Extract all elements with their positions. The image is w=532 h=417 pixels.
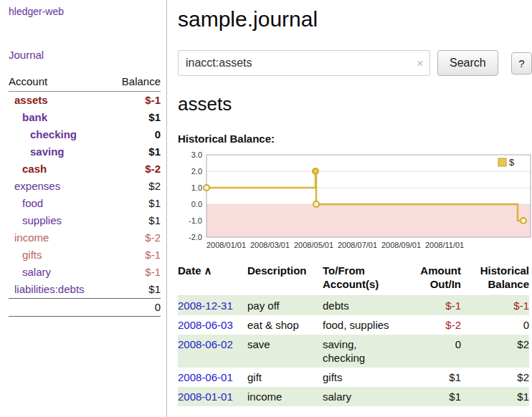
chart-legend: $ — [498, 157, 515, 168]
data-point-marker — [313, 201, 319, 207]
register-balance: 0 — [461, 315, 529, 335]
sidebar-account-row: bank $1 — [9, 109, 161, 126]
y-tick-label: 1.0 — [191, 183, 202, 192]
account-link[interactable]: checking — [30, 128, 77, 140]
register-row[interactable]: 2008-01-01 income salary $1 $1 — [178, 387, 529, 406]
data-point-marker — [521, 218, 526, 224]
historical-balance-chart[interactable]: 3.0 2.0 1.0 0.0 -1.0 -2.0 $ 2008/01 — [178, 149, 532, 251]
register-balance: $2 — [461, 368, 529, 387]
accounts-header-row: Account Balance — [9, 74, 161, 92]
register-amount: $-2 — [402, 315, 461, 335]
account-link[interactable]: assets — [14, 94, 48, 106]
main-content: sample.journal × Search ? assets Histori… — [178, 0, 532, 406]
y-axis-labels: 3.0 2.0 1.0 0.0 -1.0 -2.0 — [189, 150, 202, 241]
register-accounts: food, supplies — [323, 315, 402, 335]
register-date-link[interactable]: 2008-06-03 — [178, 319, 233, 331]
sidebar-account-row: gifts $-1 — [9, 246, 161, 264]
account-balance: $1 — [109, 212, 161, 229]
register-date-link[interactable]: 2008-12-31 — [178, 299, 233, 312]
account-link[interactable]: food — [22, 197, 43, 209]
account-link[interactable]: salary — [22, 266, 51, 278]
data-point-marker — [204, 185, 209, 191]
clear-search-icon[interactable]: × — [417, 57, 424, 70]
register-amount: 0 — [402, 335, 461, 368]
sidebar-account-row: assets $-1 — [9, 92, 161, 110]
account-balance: $1 — [109, 143, 161, 160]
x-tick-label: 2008/03/01 — [250, 241, 290, 249]
chart-title: Historical Balance: — [178, 133, 532, 145]
register-header-row: Date∧ Description To/From Account(s) Amo… — [178, 262, 529, 296]
register-date-link[interactable]: 2008-06-02 — [178, 338, 233, 350]
account-link[interactable]: gifts — [22, 249, 42, 261]
register-header-amount: Amount Out/In — [402, 262, 461, 296]
y-tick-label: -1.0 — [189, 216, 202, 225]
account-balance: $-2 — [109, 160, 161, 178]
legend-label: $ — [509, 157, 515, 168]
account-link[interactable]: supplies — [22, 214, 62, 226]
register-description: gift — [247, 368, 323, 387]
register-header-balance: Historical Balance — [461, 262, 529, 296]
nav-journal-link[interactable]: Journal — [9, 49, 166, 61]
account-balance: $-1 — [109, 92, 161, 110]
register-description: income — [247, 387, 323, 406]
sidebar: hledger-web Journal Account Balance asse… — [0, 0, 167, 417]
register-amount: $1 — [402, 387, 461, 406]
account-link[interactable]: income — [14, 231, 49, 244]
x-tick-label: 2008/11/01 — [425, 241, 464, 249]
register-accounts: saving, checking — [323, 335, 402, 368]
account-balance: $1 — [109, 109, 161, 126]
sidebar-account-row: checking 0 — [9, 126, 161, 143]
account-link[interactable]: cash — [22, 163, 47, 175]
accounts-header-account: Account — [9, 74, 109, 92]
register-balance: $-1 — [461, 296, 529, 316]
sidebar-account-row: cash $-2 — [9, 160, 161, 178]
search-bar: × Search ? — [178, 50, 532, 76]
help-button[interactable]: ? — [511, 52, 532, 75]
y-tick-label: -2.0 — [189, 233, 202, 241]
sidebar-account-row: income $-2 — [9, 229, 161, 246]
account-balance: $1 — [109, 195, 161, 212]
y-tick-label: 2.0 — [191, 167, 202, 176]
sidebar-account-row: salary $-1 — [9, 264, 161, 281]
search-input[interactable] — [178, 50, 430, 76]
register-date-link[interactable]: 2008-01-01 — [178, 390, 233, 403]
sidebar-account-row: saving $1 — [9, 143, 161, 160]
register-row[interactable]: 2008-12-31 pay off debts $-1 $-1 — [178, 296, 529, 316]
register-header-accounts: To/From Account(s) — [323, 262, 402, 296]
register-description: save — [247, 335, 323, 368]
x-tick-label: 2008/05/01 — [294, 241, 333, 249]
register-balance: $1 — [461, 387, 529, 406]
register-description: eat & shop — [247, 315, 323, 335]
register-accounts: gifts — [323, 368, 402, 387]
register-description: pay off — [247, 296, 323, 316]
register-row[interactable]: 2008-06-03 eat & shop food, supplies $-2… — [178, 315, 529, 335]
search-button[interactable]: Search — [437, 50, 498, 76]
register-balance: $2 — [461, 335, 529, 368]
account-balance: $2 — [109, 178, 161, 195]
account-heading: assets — [178, 93, 532, 115]
register-amount: $1 — [402, 368, 461, 387]
register-date-link[interactable]: 2008-06-01 — [178, 371, 233, 383]
register-accounts: salary — [323, 387, 402, 406]
page-title: sample.journal — [178, 7, 532, 32]
account-link[interactable]: liabilities:debts — [14, 283, 85, 295]
account-balance: $1 — [109, 281, 161, 299]
sidebar-account-row: food $1 — [9, 195, 161, 212]
register-row[interactable]: 2008-06-02 save saving, checking 0 $2 — [178, 335, 529, 368]
accounts-total: 0 — [109, 299, 161, 317]
register-header-date[interactable]: Date∧ — [178, 262, 247, 296]
register-table: Date∧ Description To/From Account(s) Amo… — [178, 262, 529, 406]
account-link[interactable]: bank — [22, 111, 47, 123]
sidebar-account-row: expenses $2 — [9, 178, 161, 195]
x-tick-label: 2008/09/01 — [381, 241, 421, 249]
app-title-link[interactable]: hledger-web — [9, 6, 166, 17]
accounts-header-balance: Balance — [109, 74, 161, 92]
account-link[interactable]: expenses — [14, 180, 60, 192]
sort-asc-icon: ∧ — [204, 264, 212, 277]
account-link[interactable]: saving — [30, 145, 65, 158]
sidebar-account-row: supplies $1 — [9, 212, 161, 229]
accounts-total-row: 0 — [9, 299, 161, 317]
account-balance: $-1 — [109, 246, 161, 264]
register-header-description: Description — [247, 262, 323, 296]
register-row[interactable]: 2008-06-01 gift gifts $1 $2 — [178, 368, 529, 387]
